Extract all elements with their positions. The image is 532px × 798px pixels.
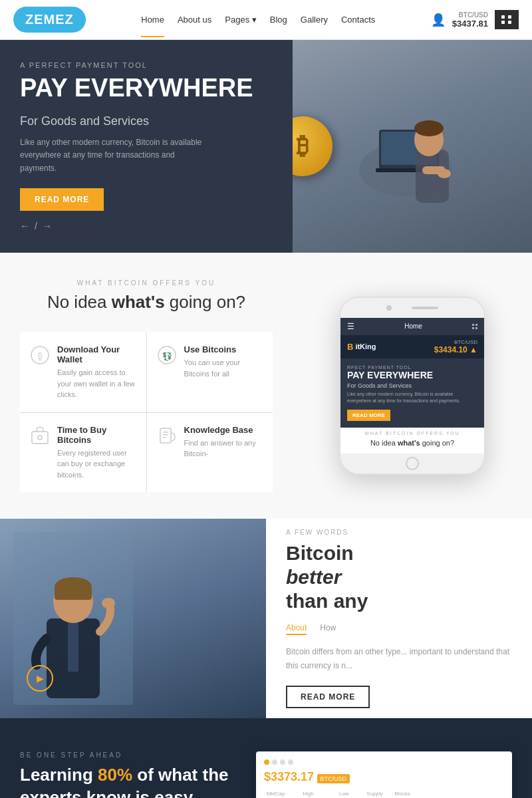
better-cta-button[interactable]: READ MORE: [286, 686, 370, 708]
nav-about[interactable]: About us: [178, 15, 211, 25]
offers-section: WHAT BITCOIN OFFERS YOU No idea what's g…: [0, 253, 532, 519]
chart-stat-mktcap: MktCap $59.1B: [264, 791, 287, 798]
bitcoin-icon: 💱: [158, 346, 176, 368]
phone-nav-dots: [472, 324, 477, 329]
menu-grid-button[interactable]: [495, 10, 519, 29]
grid-dot: [508, 15, 511, 19]
svg-point-8: [438, 169, 451, 178]
prev-arrow[interactable]: ←: [20, 221, 29, 231]
svg-point-25: [102, 598, 115, 608]
phone-header-bar: B itKing BTC/USD $3434.10 ▲: [340, 335, 484, 358]
phone-hero-mini: RFECT PAYMENT TOOL PAY EVERYWHERE For Go…: [340, 358, 484, 428]
navbar: ZEMEZ Home About us Pages ▾ Blog Gallery…: [0, 0, 532, 40]
phone-screen: ☰ Home B itKing BTC/USD: [340, 318, 484, 454]
chart-dot: [280, 759, 285, 765]
phone-price: BTC/USD $3434.10 ▲: [434, 339, 477, 354]
offers-content: WHAT BITCOIN OFFERS YOU No idea what's g…: [0, 253, 293, 519]
hero-subtitle: A PERFECT PAYMENT TOOL: [20, 61, 273, 69]
phone-nav-home-label: Home: [404, 323, 422, 330]
nav-contacts[interactable]: Contacts: [341, 15, 375, 25]
phone-mockup: ☰ Home B itKing BTC/USD: [339, 297, 485, 475]
btc-price-display: BTC/USD $3437.81: [452, 11, 488, 29]
phone-dot: [472, 324, 474, 326]
chart-dots: [264, 759, 504, 765]
hero-description: Like any other modern currency, Bitcoin …: [20, 136, 206, 175]
phone-mockup-container: ☰ Home B itKing BTC/USD: [293, 253, 532, 519]
chart-stat-low: Low $3201.92: [329, 791, 359, 798]
hero-image: ₿: [293, 40, 532, 253]
feature-use-bitcoins: 💱 Use Bitcoins You can use your Bitcoins…: [147, 332, 273, 412]
tab-about[interactable]: About: [286, 623, 307, 635]
hero-tagline: For Goods and Services: [20, 114, 273, 128]
phone-speaker: [412, 307, 438, 309]
chart-price-display: $3373.17 BTC/USD: [264, 770, 350, 784]
feature-download-wallet: ₿ Download Your Wallet Easily gain acces…: [20, 332, 146, 412]
feature-download-text: Download Your Wallet Easily gain access …: [57, 344, 136, 400]
nav-sep: /: [35, 221, 37, 231]
phone-bottom: [340, 454, 484, 473]
features-grid: ₿ Download Your Wallet Easily gain acces…: [20, 332, 273, 492]
hero-title: PAY EVERYWHERE: [20, 74, 273, 102]
nav-gallery[interactable]: Gallery: [301, 15, 328, 25]
nav-pages[interactable]: Pages ▾: [225, 15, 257, 25]
svg-rect-17: [163, 434, 168, 436]
better-description: Bitcoin differs from an other type... im…: [286, 645, 512, 672]
phone-home-button[interactable]: [406, 457, 419, 470]
user-icon[interactable]: 👤: [431, 13, 446, 27]
better-image: ▶: [0, 519, 266, 718]
play-button[interactable]: ▶: [27, 665, 53, 692]
tab-how[interactable]: How: [320, 623, 336, 635]
learning-content: BE ONE STEP AHEAD Learning 80% of what t…: [20, 751, 229, 798]
svg-rect-13: [32, 432, 48, 444]
chart-container: $3373.17 BTC/USD MktCap $59.1B High $708…: [256, 751, 512, 798]
learning-section: BE ONE STEP AHEAD Learning 80% of what t…: [0, 718, 532, 798]
nav-right: 👤 BTC/USD $3437.81: [431, 10, 519, 29]
svg-rect-16: [163, 432, 168, 433]
nav-blog[interactable]: Blog: [270, 15, 287, 25]
feature-buy-text: Time to Buy Bitcoins Every registered us…: [57, 425, 136, 481]
chart-dot: [288, 759, 293, 765]
chart-dot: [264, 759, 269, 765]
grid-dot: [501, 15, 505, 19]
svg-text:₿: ₿: [38, 350, 43, 361]
hero-section: A PERFECT PAYMENT TOOL PAY EVERYWHERE Fo…: [0, 40, 532, 253]
learning-label: BE ONE STEP AHEAD: [20, 751, 229, 759]
phone-top: [340, 298, 484, 318]
feature-time-buy: Time to Buy Bitcoins Every registered us…: [20, 413, 146, 493]
phone-camera: [386, 305, 392, 311]
nav-home[interactable]: Home: [141, 15, 164, 25]
offers-question: No idea what's going on?: [20, 292, 273, 313]
svg-rect-21: [68, 618, 78, 672]
svg-rect-15: [160, 428, 171, 443]
phone-dot: [472, 327, 474, 329]
learning-title: Learning 80% of what the experts know is…: [20, 764, 229, 798]
phone-cta-button[interactable]: READ MORE: [347, 410, 390, 421]
wallet-icon: ₿: [31, 346, 49, 368]
better-title: Bitcoin better than any: [286, 541, 512, 613]
phone-brand: B itKing: [347, 342, 376, 352]
grid-dot: [501, 21, 505, 24]
svg-rect-24: [55, 587, 92, 600]
chart-stat-blocks: Blocks 562133: [390, 791, 415, 798]
nav-active-indicator: [141, 36, 164, 37]
next-arrow[interactable]: →: [43, 221, 52, 231]
hero-cta-button[interactable]: READ MORE: [20, 188, 104, 211]
person-svg: [319, 63, 505, 229]
buy-icon: [31, 426, 49, 449]
chart-dot: [272, 759, 277, 765]
grid-dot: [508, 21, 511, 24]
phone-dot: [475, 327, 477, 329]
svg-point-14: [38, 436, 42, 440]
chart-stat-high: High $7083.62: [293, 791, 323, 798]
svg-point-6: [414, 120, 444, 136]
phone-dot: [475, 324, 477, 326]
knowledge-icon: [158, 426, 176, 449]
chart-header: $3373.17 BTC/USD MktCap $59.1B High $708…: [264, 770, 504, 798]
chart-stats: MktCap $59.1B High $7083.62 Low $3201.92…: [264, 791, 415, 798]
logo[interactable]: ZEMEZ: [13, 7, 86, 33]
feature-knowledge-text: Knowledge Base Find an answer to any Bit…: [184, 425, 263, 460]
better-content: A FEW WORDS Bitcoin better than any Abou…: [266, 519, 532, 718]
grid-dots: [501, 15, 512, 24]
better-tabs: About How: [286, 623, 512, 635]
offers-label: WHAT BITCOIN OFFERS YOU: [20, 279, 273, 287]
